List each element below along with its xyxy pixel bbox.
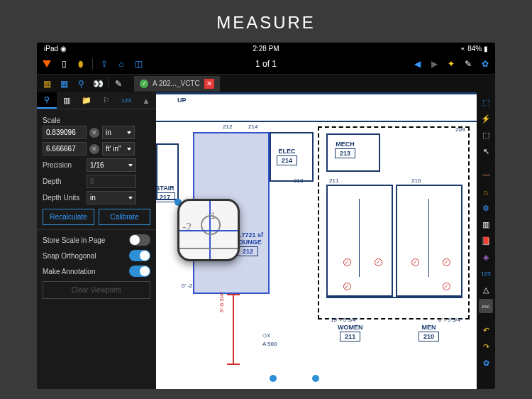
tag-210: 210 <box>411 177 421 184</box>
scale-source-unit[interactable]: in <box>102 126 135 139</box>
settings-icon[interactable]: ✿ <box>479 356 493 370</box>
depth-label: Depth <box>43 177 84 185</box>
main-toolbar: ▯ ⬮ ⇪ ⌂ ◫ 1 of 1 ◀ ▶ ✦ ✎ ✿ <box>37 54 495 74</box>
secondary-toolbar: ▦ ▦ ⚲ 👀 ✎ ✓ A 202..._VCTC ✕ <box>37 74 495 92</box>
zero-label: 0' -2 <box>182 283 192 289</box>
tab-folder[interactable]: 📁 <box>77 92 96 109</box>
check-mark-icon: ✓ <box>375 258 382 266</box>
clear-viewports-button: Clear Viewports <box>43 281 150 299</box>
right-toolbar: ⬚ ⚡ ⬚ ↖ 〰 ⏢ ⚙ ▥ 📕 ◈ 123 △ esc ↶ ↷ ✿ <box>477 92 495 389</box>
page-indicator: 1 of 1 <box>255 59 277 69</box>
dim-line-red <box>233 295 234 364</box>
document-tab[interactable]: ✓ A 202..._VCTC ✕ <box>134 76 220 92</box>
text-icon[interactable]: ▥ <box>479 217 493 231</box>
nav-prev-icon[interactable]: ◀ <box>411 58 423 70</box>
stair-label: STAIR 217 <box>156 185 175 202</box>
tag-209: 209 <box>455 126 465 133</box>
check-mark-icon: ✓ <box>343 283 351 290</box>
tag-212: 212 <box>223 124 232 130</box>
pencil-icon[interactable]: ✎ <box>462 58 474 70</box>
make-anno-label: Make Annotation <box>43 268 96 275</box>
a500-label: A 500 <box>262 341 277 347</box>
home-icon[interactable]: ⌂ <box>116 58 127 70</box>
clear-input-icon[interactable]: ✕ <box>89 128 99 138</box>
depth-units-label: Depth Units <box>43 194 84 202</box>
node-dot[interactable] <box>312 375 319 382</box>
recalculate-button[interactable]: Recalculate <box>43 209 94 225</box>
book-icon[interactable]: 📕 <box>479 234 493 248</box>
scale-target-input[interactable] <box>43 142 87 155</box>
crop-icon[interactable]: ⬚ <box>479 95 493 109</box>
dim-red-label: 9'-6 3/4" <box>218 292 225 312</box>
check-icon: ✓ <box>140 80 148 88</box>
status-bar: iPad ◉ 2:28 PM ⚬ 84% ▮ <box>37 43 495 54</box>
make-anno-toggle[interactable] <box>129 266 150 277</box>
stack-icon[interactable]: ◈ <box>479 250 493 264</box>
num-icon[interactable]: 123 <box>479 266 493 280</box>
check-mark-icon: ✓ <box>343 258 351 266</box>
folder-icon[interactable]: ⬮ <box>75 58 87 70</box>
tag-213: 213 <box>294 177 303 184</box>
scale-source-input[interactable] <box>43 126 87 139</box>
device-label: iPad ◉ <box>44 45 67 53</box>
measure-panel: ⚲ ▥ 📁 ⚐ 123 ▲ Scale ✕ in ✕ ft' in" <box>37 92 156 389</box>
cursor-icon[interactable]: ↖ <box>479 144 493 158</box>
esc-icon[interactable]: esc <box>479 299 493 313</box>
hanger-icon[interactable]: ⏢ <box>479 185 493 199</box>
menu-icon[interactable] <box>41 58 52 70</box>
thumbnail-icon[interactable]: ▦ <box>40 77 54 91</box>
scale-heading: Scale <box>43 116 150 124</box>
tab-measure[interactable]: ⚲ <box>37 92 57 109</box>
box-icon[interactable]: ◫ <box>133 58 144 70</box>
redo-icon[interactable]: ↷ <box>479 339 493 354</box>
men-label: MEN 210 <box>419 324 439 341</box>
wifi-icon: ◉ <box>60 45 67 53</box>
highlighter-icon[interactable]: ✦ <box>445 58 457 70</box>
room-women <box>326 185 393 297</box>
curve-icon[interactable]: 〰 <box>479 168 493 182</box>
scale-target-unit[interactable]: ft' in" <box>102 142 135 155</box>
pin-icon[interactable]: ⚲ <box>74 77 88 91</box>
wrench-icon[interactable]: ⚙ <box>479 201 493 215</box>
undo-icon[interactable]: ↶ <box>479 323 493 337</box>
clear-input-icon[interactable]: ✕ <box>89 144 99 154</box>
tag-214: 214 <box>248 124 257 130</box>
edit-icon[interactable]: ✎ <box>111 77 126 91</box>
close-tab-icon[interactable]: ✕ <box>204 79 214 89</box>
dim-men: 6' - 9 3/4" <box>438 317 462 323</box>
precision-label: Precision <box>43 161 84 169</box>
snap-ortho-toggle[interactable] <box>129 250 150 261</box>
tag-211: 211 <box>329 177 338 184</box>
tab-123[interactable]: 123 <box>116 92 136 109</box>
snap-ortho-label: Snap Orthogonal <box>43 252 96 260</box>
calibrate-button[interactable]: Calibrate <box>99 209 150 225</box>
binocular-icon[interactable]: 👀 <box>91 77 105 91</box>
store-scale-toggle[interactable] <box>129 234 150 246</box>
floorplan-canvas[interactable]: UP STAIR 217 51.7721 sf LOUNGE 212 ELEC … <box>156 92 477 389</box>
share-icon[interactable]: ⇪ <box>99 58 110 70</box>
precision-select[interactable]: 1/16 <box>87 158 136 172</box>
grid-icon[interactable]: ▦ <box>57 77 71 91</box>
tag-3: ◇3 <box>262 332 270 339</box>
flash-icon[interactable]: ⚡ <box>479 111 493 126</box>
document-tabs: ✓ A 202..._VCTC ✕ <box>134 76 220 92</box>
tab-markup[interactable]: ▥ <box>57 92 77 109</box>
select-icon[interactable]: ⬚ <box>479 128 493 142</box>
node-dot[interactable] <box>270 375 277 382</box>
battery-indicator: ⚬ 84% ▮ <box>460 45 488 53</box>
tab-flag[interactable]: ⚐ <box>96 92 116 109</box>
nav-next-icon[interactable]: ▶ <box>428 58 440 70</box>
mech-label: MECH 213 <box>335 141 355 158</box>
gear-icon[interactable]: ✿ <box>480 58 491 70</box>
depth-input <box>87 175 136 188</box>
elec-label: ELEC 214 <box>277 148 297 165</box>
up-label: UP <box>177 97 187 104</box>
store-scale-label: Store Scale in Page <box>43 236 105 244</box>
depth-units-select[interactable]: in <box>87 191 136 204</box>
document-icon[interactable]: ▯ <box>58 58 70 70</box>
room-men <box>396 185 462 297</box>
ipad-frame: iPad ◉ 2:28 PM ⚬ 84% ▮ ▯ ⬮ ⇪ ⌂ ◫ 1 of 1 … <box>37 43 495 389</box>
tab-warn[interactable]: ▲ <box>136 92 156 109</box>
dim-women: 19' - 5 3/4" <box>331 317 358 323</box>
triangle-icon[interactable]: △ <box>479 283 493 297</box>
